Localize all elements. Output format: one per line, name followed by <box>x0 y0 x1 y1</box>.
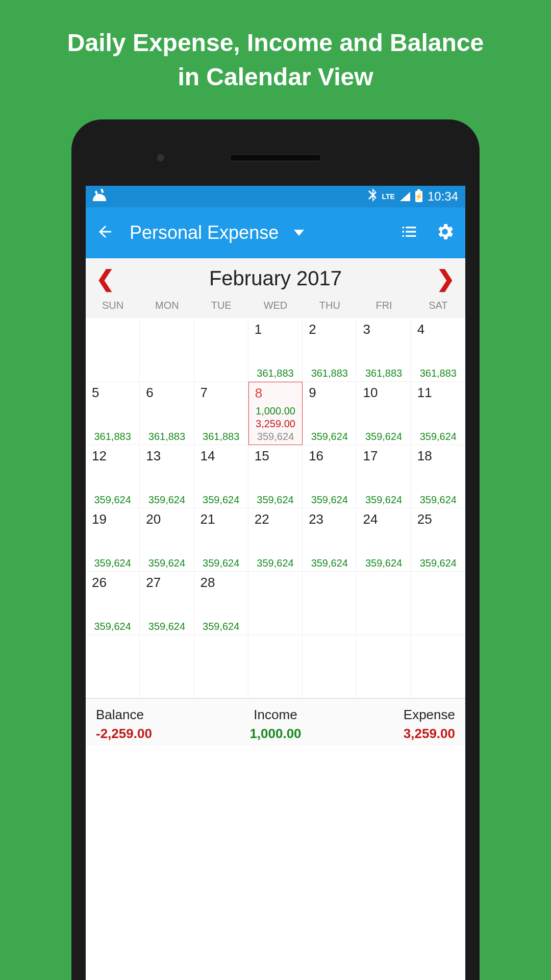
calendar-day[interactable]: 1361,883 <box>248 318 303 382</box>
day-balance: 359,624 <box>305 494 354 506</box>
day-number: 23 <box>305 511 354 527</box>
summary-expense: Expense 3,259.00 <box>335 707 455 742</box>
signal-icon <box>400 192 410 201</box>
calendar-day[interactable]: 4361,883 <box>411 318 465 382</box>
calendar-day[interactable]: 5361,883 <box>86 382 140 445</box>
calendar-day[interactable]: 12359,624 <box>86 445 140 508</box>
expense-value: 3,259.00 <box>335 726 455 742</box>
calendar-day[interactable]: 9359,624 <box>303 382 357 445</box>
summary-balance: Balance -2,259.00 <box>96 707 216 742</box>
calendar-day[interactable]: 11359,624 <box>411 382 465 445</box>
day-balance: 359,624 <box>251 557 300 569</box>
weekday-label: SAT <box>411 300 465 311</box>
day-balance: 361,883 <box>196 431 246 443</box>
calendar-day[interactable]: 10359,624 <box>357 382 411 445</box>
day-values: 359,624 <box>413 494 463 506</box>
calendar-day[interactable]: 20359,624 <box>140 508 194 572</box>
balance-value: -2,259.00 <box>96 726 216 742</box>
day-values: 359,624 <box>305 557 354 569</box>
day-values: 359,624 <box>196 494 246 506</box>
promo-line-2: in Calendar View <box>20 60 531 94</box>
calendar-week: 12359,62413359,62414359,62415359,6241635… <box>86 445 465 508</box>
calendar-day[interactable]: 6361,883 <box>140 382 194 445</box>
day-balance: 359,624 <box>196 494 246 506</box>
calendar-day <box>248 572 303 635</box>
calendar-day <box>357 572 411 635</box>
day-number: 21 <box>196 511 246 527</box>
calendar-day[interactable]: 24359,624 <box>357 508 411 572</box>
calendar-day[interactable]: 18359,624 <box>411 445 465 508</box>
chevron-down-icon <box>294 230 304 236</box>
day-values: 359,624 <box>196 621 246 632</box>
calendar-day[interactable]: 14359,624 <box>194 445 248 508</box>
phone-speaker <box>230 154 321 161</box>
calendar-day[interactable]: 16359,624 <box>303 445 357 508</box>
weekday-label: TUE <box>194 300 248 311</box>
day-values: 361,883 <box>142 431 191 443</box>
calendar-day[interactable]: 22359,624 <box>248 508 303 572</box>
day-number: 19 <box>88 511 137 527</box>
calendar-day[interactable]: 19359,624 <box>86 508 140 572</box>
day-number: 17 <box>359 448 408 464</box>
calendar-day <box>86 318 140 382</box>
day-number: 15 <box>251 448 300 464</box>
lte-label: LTE <box>382 192 395 201</box>
calendar-day[interactable]: 15359,624 <box>248 445 303 508</box>
list-view-button[interactable] <box>399 222 419 244</box>
day-number: 18 <box>413 448 463 464</box>
day-balance: 359,624 <box>88 494 137 506</box>
calendar-day[interactable]: 2361,883 <box>303 318 357 382</box>
day-balance: 359,624 <box>359 494 408 506</box>
day-values: 359,624 <box>251 557 300 569</box>
day-values: 359,624 <box>413 557 463 569</box>
back-button[interactable] <box>96 223 114 243</box>
settings-button[interactable] <box>435 222 455 244</box>
calendar-day[interactable]: 3361,883 <box>357 318 411 382</box>
day-number: 12 <box>88 448 137 464</box>
day-values: 361,883 <box>88 431 137 443</box>
prev-month-button[interactable]: ❮ <box>96 265 115 291</box>
day-values: 361,883 <box>305 368 354 379</box>
day-balance: 359,624 <box>251 431 300 443</box>
day-values: 359,624 <box>88 494 137 506</box>
battery-icon: ⚡ <box>415 191 422 202</box>
weekday-label: WED <box>248 300 303 311</box>
calendar-day[interactable]: 23359,624 <box>303 508 357 572</box>
day-number: 8 <box>251 385 300 401</box>
calendar-week: 1361,8832361,8833361,8834361,883 <box>86 318 465 382</box>
calendar-day[interactable]: 7361,883 <box>194 382 248 445</box>
calendar-day[interactable]: 17359,624 <box>357 445 411 508</box>
day-balance: 359,624 <box>413 431 463 443</box>
calendar-day[interactable]: 81,000.003,259.00359,624 <box>248 382 303 445</box>
weekday-header: SUNMONTUEWEDTHUFRISAT <box>86 295 465 318</box>
day-values: 359,624 <box>142 621 191 632</box>
account-dropdown[interactable]: Personal Expense <box>130 222 384 243</box>
day-balance: 361,883 <box>359 368 408 379</box>
summary-bar: Balance -2,259.00 Income 1,000.00 Expens… <box>86 698 465 746</box>
calendar-grid: 1361,8832361,8833361,8834361,8835361,883… <box>86 318 465 698</box>
calendar-week: 5361,8836361,8837361,88381,000.003,259.0… <box>86 382 465 445</box>
calendar-day[interactable]: 26359,624 <box>86 572 140 635</box>
day-balance: 359,624 <box>359 557 408 569</box>
calendar-day[interactable]: 13359,624 <box>140 445 194 508</box>
month-navigation: ❮ February 2017 ❯ <box>86 258 465 295</box>
promo-line-1: Daily Expense, Income and Balance <box>20 26 531 60</box>
clock-time: 10:34 <box>428 189 458 204</box>
calendar-day[interactable]: 27359,624 <box>140 572 194 635</box>
status-bar: LTE ⚡ 10:34 <box>86 186 465 207</box>
weekday-label: FRI <box>357 300 411 311</box>
day-number: 4 <box>413 322 463 337</box>
summary-income: Income 1,000.00 <box>216 707 336 742</box>
calendar-day <box>86 635 140 698</box>
calendar-day[interactable]: 21359,624 <box>194 508 248 572</box>
day-number: 27 <box>142 575 191 591</box>
day-balance: 361,883 <box>142 431 191 443</box>
next-month-button[interactable]: ❯ <box>436 265 455 291</box>
bluetooth-icon <box>368 188 377 205</box>
calendar-day[interactable]: 25359,624 <box>411 508 465 572</box>
day-balance: 361,883 <box>88 431 137 443</box>
day-balance: 359,624 <box>305 431 354 443</box>
weekday-label: THU <box>303 300 357 311</box>
day-values: 359,624 <box>305 494 354 506</box>
calendar-day[interactable]: 28359,624 <box>194 572 248 635</box>
